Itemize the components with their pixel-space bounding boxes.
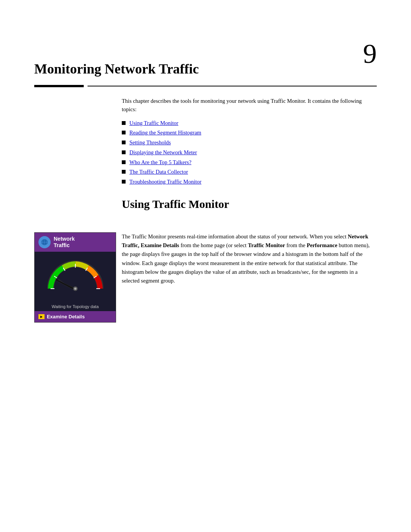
toc-item-setting-thresholds: Setting Thresholds <box>122 139 377 147</box>
network-widget-area: Network Traffic <box>34 232 116 323</box>
waiting-text: Waiting for Topology data <box>35 303 116 311</box>
toc-link-displaying-network-meter[interactable]: Displaying the Network Meter <box>129 149 197 157</box>
toc-link-top-5-talkers[interactable]: Who Are the Top 5 Talkers? <box>129 158 191 167</box>
chapter-divider <box>34 85 377 88</box>
toc-link-using-traffic-monitor[interactable]: Using Traffic Monitor <box>129 119 178 128</box>
toc-item-troubleshooting-traffic-monitor: Troubleshooting Traffic Monitor <box>122 178 377 186</box>
toc-item-traffic-data-collector: The Traffic Data Collector <box>122 168 377 176</box>
svg-point-17 <box>74 288 76 290</box>
content-area: This chapter describes the tools for mon… <box>122 97 377 218</box>
toc-bullet <box>122 150 126 154</box>
toc-bullet <box>122 121 126 125</box>
toc-bullet <box>122 160 126 164</box>
section1-body: The Traffic Monitor presents real-time i… <box>122 232 377 285</box>
toc-link-troubleshooting-traffic-monitor[interactable]: Troubleshooting Traffic Monitor <box>129 178 201 186</box>
toc-item-top-5-talkers: Who Are the Top 5 Talkers? <box>122 158 377 167</box>
toc-link-traffic-data-collector[interactable]: The Traffic Data Collector <box>129 168 188 176</box>
widget-footer[interactable]: ► Examine Details <box>35 311 116 322</box>
toc-item-using-traffic-monitor: Using Traffic Monitor <box>122 119 377 128</box>
network-widget: Network Traffic <box>34 232 116 323</box>
toc-link-setting-thresholds[interactable]: Setting Thresholds <box>129 139 171 147</box>
widget-title: Network Traffic <box>54 236 75 249</box>
toc-list: Using Traffic Monitor Reading the Segmen… <box>122 119 377 186</box>
chapter-title: Monitoring Network Traffic <box>34 61 199 77</box>
divider-thick <box>34 85 84 87</box>
toc-bullet <box>122 131 126 134</box>
network-icon <box>38 236 51 248</box>
gauge-svg <box>45 256 106 298</box>
examine-details-label[interactable]: Examine Details <box>47 314 85 320</box>
toc-bullet <box>122 180 126 184</box>
toc-item-displaying-network-meter: Displaying the Network Meter <box>122 149 377 157</box>
arrow-icon: ► <box>38 314 45 319</box>
page-number: 9 <box>363 38 377 70</box>
widget-header: Network Traffic <box>35 233 116 252</box>
toc-bullet <box>122 170 126 174</box>
toc-item-reading-segment-histogram: Reading the Segment Histogram <box>122 129 377 137</box>
toc-bullet <box>122 141 126 144</box>
toc-link-reading-segment-histogram[interactable]: Reading the Segment Histogram <box>129 129 201 137</box>
gauge-area <box>35 252 116 303</box>
section1-title: Using Traffic Monitor <box>122 198 377 211</box>
intro-paragraph: This chapter describes the tools for mon… <box>122 97 377 114</box>
divider-thin <box>88 86 377 86</box>
